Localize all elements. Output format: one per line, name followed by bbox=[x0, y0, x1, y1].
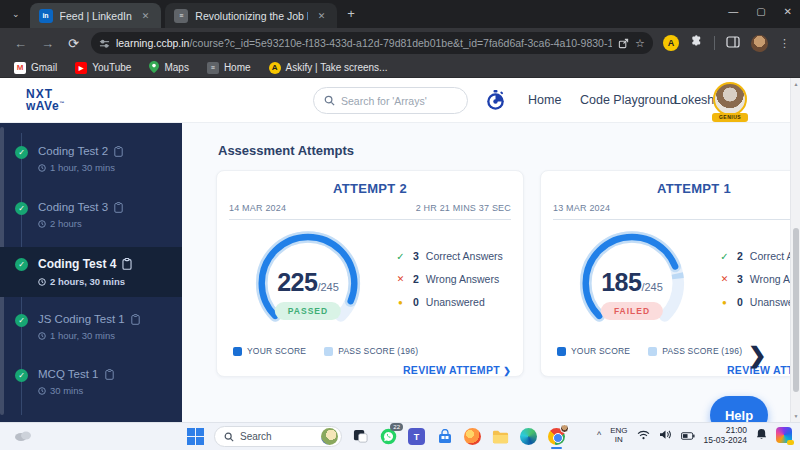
youtube-icon: ▶ bbox=[75, 62, 87, 74]
firefox-icon[interactable] bbox=[463, 427, 482, 446]
tab-search-caret-icon[interactable]: ⌄ bbox=[12, 9, 20, 19]
bookmark-youtube[interactable]: ▶ YouTube bbox=[75, 62, 131, 74]
clock-icon bbox=[38, 332, 46, 340]
close-window-button[interactable]: ✕ bbox=[784, 6, 792, 17]
file-explorer-icon[interactable] bbox=[491, 427, 510, 446]
site-settings-icon[interactable] bbox=[99, 38, 110, 49]
help-button[interactable]: Help bbox=[710, 396, 768, 422]
wifi-icon[interactable] bbox=[637, 426, 650, 444]
bookmark-home[interactable]: ≡ Home bbox=[207, 62, 251, 74]
user-avatar-wrap[interactable]: GENIUS bbox=[711, 82, 749, 122]
whatsapp-badge: 22 bbox=[390, 423, 403, 431]
check-icon: ✓ bbox=[719, 251, 730, 262]
user-name[interactable]: Lokesh bbox=[674, 93, 714, 107]
browser-profile-avatar[interactable] bbox=[751, 35, 768, 52]
learning-app-page: NXT wAVe™ Home Code Playground Lokesh GE… bbox=[0, 78, 800, 422]
share-icon[interactable] bbox=[618, 38, 629, 49]
page-scrollbar[interactable]: ▲ ▼ bbox=[790, 78, 800, 422]
weather-icon[interactable] bbox=[14, 428, 32, 446]
bookmark-gmail[interactable]: M Gmail bbox=[14, 62, 57, 74]
sidebar-item-js-coding-test-1[interactable]: ✓ JS Coding Test 1 1 hour, 30 mins bbox=[0, 303, 182, 351]
chrome-profile-avatar bbox=[560, 424, 569, 433]
completed-check-icon: ✓ bbox=[15, 258, 28, 271]
nav-home[interactable]: Home bbox=[528, 93, 561, 107]
task-view-icon[interactable] bbox=[351, 427, 370, 446]
side-panel-icon[interactable] bbox=[726, 34, 740, 52]
page-favicon-icon: ≡ bbox=[174, 9, 188, 23]
tab-close-icon[interactable]: ✕ bbox=[139, 9, 153, 23]
bookmark-maps[interactable]: Maps bbox=[149, 61, 188, 75]
new-tab-button[interactable]: + bbox=[347, 6, 355, 21]
completed-check-icon: ✓ bbox=[15, 369, 28, 382]
copilot-icon[interactable] bbox=[776, 427, 792, 443]
pass-score-swatch bbox=[324, 347, 333, 356]
carousel-next-button[interactable]: ❯ bbox=[748, 343, 766, 369]
result-correct: ✓2Correct Answers bbox=[719, 250, 800, 262]
tab-linkedin[interactable]: in Feed | LinkedIn ✕ bbox=[30, 3, 162, 28]
sidebar-item-coding-test-3[interactable]: ✓ Coding Test 3 2 hours bbox=[0, 191, 182, 239]
nxtwave-logo[interactable]: NXT wAVe™ bbox=[26, 88, 65, 112]
browser-menu-icon[interactable]: ⋮ bbox=[779, 37, 790, 50]
windows-taskbar: Search 22 T ^ ENGIN bbox=[0, 422, 800, 450]
battery-icon[interactable] bbox=[681, 426, 695, 444]
score-gauge: 225/245 PASSED bbox=[229, 224, 387, 332]
review-attempt-link[interactable]: REVIEW ATTEMPT ❯ bbox=[229, 364, 511, 376]
toolbar-divider bbox=[714, 36, 715, 50]
chevron-right-icon: ❯ bbox=[503, 366, 511, 376]
active-app-indicator bbox=[551, 447, 562, 449]
result-wrong: ✕3Wrong Answers bbox=[719, 273, 800, 285]
forward-button[interactable]: → bbox=[41, 36, 54, 51]
bookmark-askify[interactable]: A Askify | Take screens... bbox=[269, 62, 388, 74]
back-button[interactable]: ← bbox=[14, 36, 27, 51]
clock-datetime[interactable]: 21:0015-03-2024 bbox=[704, 425, 747, 445]
tab-title: Revolutionizing the Job Market bbox=[195, 10, 307, 22]
extensions-puzzle-icon[interactable] bbox=[690, 34, 703, 52]
tab-close-icon[interactable]: ✕ bbox=[315, 9, 329, 23]
volume-icon[interactable] bbox=[659, 426, 672, 444]
reload-button[interactable]: ⟳ bbox=[68, 36, 79, 51]
language-indicator[interactable]: ENGIN bbox=[610, 426, 627, 444]
search-input[interactable] bbox=[341, 95, 451, 107]
sidebar-item-coding-test-2[interactable]: ✓ Coding Test 2 1 hour, 30 mins bbox=[0, 135, 182, 183]
whatsapp-icon[interactable]: 22 bbox=[379, 427, 398, 446]
microsoft-store-icon[interactable] bbox=[435, 427, 454, 446]
notifications-bell-icon[interactable] bbox=[756, 426, 767, 444]
hidden-icons-chevron[interactable]: ^ bbox=[597, 430, 601, 440]
chrome-icon[interactable] bbox=[547, 427, 566, 446]
bookmark-label: Askify | Take screens... bbox=[286, 62, 388, 73]
avatar bbox=[713, 82, 747, 116]
nav-code-playground[interactable]: Code Playground bbox=[580, 93, 677, 107]
header-search-box[interactable] bbox=[313, 87, 468, 114]
pass-score-swatch bbox=[648, 347, 657, 356]
askify-extension-icon[interactable]: A bbox=[663, 35, 679, 51]
scrollbar-thumb[interactable] bbox=[793, 228, 799, 392]
bookmark-star-icon[interactable]: ☆ bbox=[635, 37, 645, 50]
start-button[interactable] bbox=[186, 427, 205, 446]
maximize-button[interactable]: ▢ bbox=[756, 6, 765, 17]
scroll-up-icon[interactable]: ▲ bbox=[791, 81, 800, 87]
test-duration: 2 hours, 30 mins bbox=[50, 276, 125, 287]
minimize-button[interactable]: — bbox=[728, 6, 738, 17]
status-badge: PASSED bbox=[275, 302, 341, 320]
sidebar-item-coding-test-4[interactable]: ✓ Coding Test 4 2 hours, 30 mins bbox=[0, 247, 182, 297]
app-header: NXT wAVe™ Home Code Playground Lokesh GE… bbox=[0, 78, 800, 123]
test-label: MCQ Test 1 bbox=[38, 368, 99, 380]
result-unanswered: ●0Unanswered bbox=[719, 296, 800, 308]
edge-icon[interactable] bbox=[519, 427, 538, 446]
search-highlight-image[interactable] bbox=[321, 428, 338, 445]
cross-icon: ✕ bbox=[395, 274, 406, 284]
taskbar-search[interactable]: Search bbox=[214, 426, 342, 447]
sidebar-item-mcq-test-1[interactable]: ✓ MCQ Test 1 30 mins bbox=[0, 358, 182, 406]
clipboard-icon bbox=[131, 314, 140, 325]
cross-icon: ✕ bbox=[719, 274, 730, 284]
bookmark-label: Home bbox=[224, 62, 251, 73]
teams-icon[interactable]: T bbox=[407, 427, 426, 446]
address-bar[interactable]: learning.ccbp.in/course?c_id=5e93210e-f1… bbox=[91, 32, 653, 54]
attempt-date: 13 MAR 2024 bbox=[553, 203, 610, 213]
scroll-down-icon[interactable]: ▼ bbox=[791, 413, 800, 419]
clock-icon bbox=[38, 387, 46, 395]
timer-icon[interactable] bbox=[486, 90, 505, 115]
tab-job-market[interactable]: ≡ Revolutionizing the Job Market ✕ bbox=[165, 3, 337, 28]
score-value: 225/245 bbox=[229, 268, 387, 297]
home-doc-icon: ≡ bbox=[207, 62, 219, 74]
